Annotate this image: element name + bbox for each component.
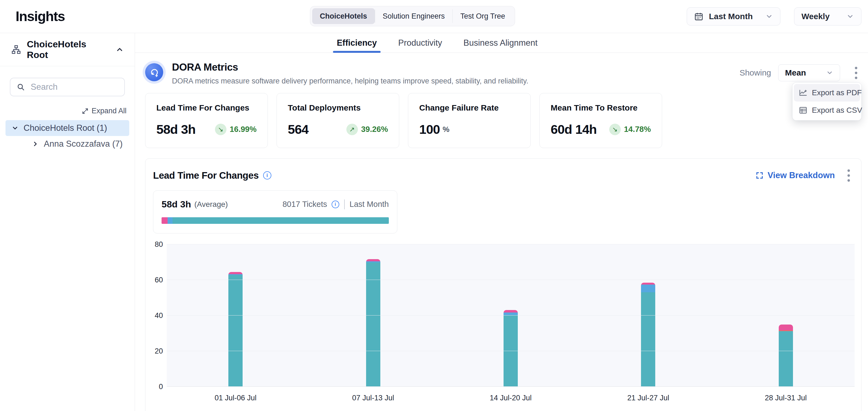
gridline bbox=[167, 280, 855, 280]
expand-all-button[interactable]: Expand All bbox=[0, 107, 126, 115]
y-axis-labels: 020406080 bbox=[150, 244, 167, 387]
top-bar: Insights ChoiceHotels Solution Engineers… bbox=[0, 0, 868, 33]
trend-down-icon: ↘ bbox=[215, 124, 226, 135]
bar-segment-deployment bbox=[228, 275, 243, 387]
org-tree-icon bbox=[11, 44, 21, 55]
sidebar-root-title: ChoiceHotels Root bbox=[27, 39, 110, 60]
bar-column[interactable] bbox=[167, 244, 304, 387]
section-description: DORA metrics measure software delivery p… bbox=[172, 77, 528, 85]
chevron-right-icon[interactable] bbox=[32, 140, 39, 147]
delta-value: 16.99% bbox=[230, 125, 256, 134]
tab-business-alignment[interactable]: Business Alignment bbox=[462, 33, 539, 53]
granularity-value: Weekly bbox=[802, 12, 830, 21]
mean-select[interactable]: Mean bbox=[778, 64, 840, 81]
gridline bbox=[167, 315, 855, 315]
bar-segment-planning bbox=[503, 310, 518, 312]
lead-time-chart-card: Lead Time For Changes i View Breakdown 5… bbox=[145, 159, 861, 411]
stacked-bar-chart: 020406080 bbox=[150, 244, 855, 387]
x-tick-label: 14 Jul-20 Jul bbox=[442, 394, 580, 402]
metric-card-change-failure-rate: Change Failure Rate 100 % bbox=[408, 93, 531, 148]
metric-card-total-deployments: Total Deployments 564 ↗ 39.26% bbox=[277, 93, 399, 148]
x-tick-label: 07 Jul-13 Jul bbox=[304, 394, 442, 402]
bar-column[interactable] bbox=[580, 244, 717, 387]
delta-value: 14.78% bbox=[624, 125, 651, 134]
bar-segment-deployment bbox=[641, 292, 655, 386]
trend-badge: ↘ 16.99% bbox=[215, 124, 256, 135]
average-label: (Average) bbox=[194, 200, 228, 209]
table-icon bbox=[799, 106, 807, 115]
metric-card-lead-time: Lead Time For Changes 58d 3h ↘ 16.99% bbox=[145, 93, 268, 148]
bar-segment-planning bbox=[228, 272, 243, 274]
metric-cards: Lead Time For Changes 58d 3h ↘ 16.99% To… bbox=[145, 93, 662, 148]
stacked-bar[interactable] bbox=[503, 310, 518, 387]
chevron-up-icon[interactable] bbox=[116, 45, 124, 54]
org-tab-group: ChoiceHotels Solution Engineers Test Org… bbox=[310, 6, 515, 26]
section-title: DORA Metrics bbox=[172, 62, 528, 73]
bar-segment-review bbox=[641, 284, 655, 293]
tree-item-root[interactable]: ChoiceHotels Root (1) bbox=[5, 120, 129, 136]
trend-up-icon: ↗ bbox=[346, 124, 358, 135]
y-tick-label: 20 bbox=[155, 347, 163, 355]
chevron-down-icon bbox=[765, 12, 773, 20]
card-unit: % bbox=[442, 125, 450, 134]
phase-progress-bar bbox=[161, 217, 389, 224]
kebab-menu-button[interactable] bbox=[850, 64, 861, 81]
x-tick-label: 01 Jul-06 Jul bbox=[167, 394, 304, 402]
tab-productivity[interactable]: Productivity bbox=[397, 33, 443, 53]
chart-title: Lead Time For Changes bbox=[153, 170, 259, 181]
view-breakdown-button[interactable]: View Breakdown bbox=[755, 170, 835, 180]
showing-label: Showing bbox=[740, 68, 771, 77]
chevron-down-icon[interactable] bbox=[11, 125, 19, 132]
calendar-icon bbox=[694, 12, 704, 21]
info-icon[interactable]: i bbox=[332, 201, 339, 208]
expand-all-label: Expand All bbox=[91, 107, 126, 115]
search-icon bbox=[17, 83, 25, 92]
bar-segment-review bbox=[503, 312, 518, 315]
stacked-bar[interactable] bbox=[228, 272, 243, 387]
sidebar-header: ChoiceHotels Root bbox=[0, 33, 135, 66]
tree-item-label: ChoiceHotels Root (1) bbox=[24, 123, 107, 133]
search-box bbox=[10, 78, 125, 96]
progress-segment-review bbox=[167, 217, 173, 224]
menu-item-label: Export as PDF bbox=[812, 89, 862, 97]
bar-column[interactable] bbox=[717, 244, 855, 387]
bar-column[interactable] bbox=[442, 244, 580, 387]
bar-segment-deployment bbox=[366, 263, 380, 387]
y-tick-label: 0 bbox=[159, 382, 163, 391]
card-value: 564 bbox=[288, 122, 308, 137]
org-tab-test-org-tree[interactable]: Test Org Tree bbox=[453, 8, 513, 24]
stacked-bar[interactable] bbox=[779, 324, 793, 387]
x-axis-labels: 01 Jul-06 Jul07 Jul-13 Jul14 Jul-20 Jul2… bbox=[167, 394, 855, 402]
info-icon[interactable]: i bbox=[263, 171, 271, 179]
bar-segment-planning bbox=[779, 324, 793, 331]
sidebar: ChoiceHotels Root Expand All bbox=[0, 33, 135, 411]
menu-item-export-pdf[interactable]: Export as PDF bbox=[794, 84, 860, 102]
card-value: 60d 14h bbox=[551, 122, 597, 137]
menu-item-export-csv[interactable]: Export as CSV bbox=[794, 102, 860, 119]
tree-item-child[interactable]: Anna Scozzafava (7) bbox=[26, 136, 129, 152]
fullscreen-icon bbox=[755, 171, 764, 179]
average-summary-card: 58d 3h (Average) 8017 Tickets i Last Mon… bbox=[153, 191, 397, 233]
progress-segment-planning bbox=[161, 217, 167, 224]
progress-segment-deployment bbox=[173, 217, 389, 224]
kebab-menu-button[interactable] bbox=[843, 167, 854, 184]
granularity-select[interactable]: Weekly bbox=[794, 7, 861, 26]
trend-badge: ↘ 14.78% bbox=[609, 124, 651, 135]
stacked-bar[interactable] bbox=[366, 259, 380, 387]
card-value: 58d 3h bbox=[156, 122, 195, 137]
stacked-bar[interactable] bbox=[641, 283, 655, 387]
card-title: Total Deployments bbox=[288, 103, 388, 112]
chevron-down-icon bbox=[846, 12, 854, 20]
org-tab-solution-engineers[interactable]: Solution Engineers bbox=[375, 8, 453, 24]
chevron-down-icon bbox=[826, 69, 833, 76]
date-range-select[interactable]: Last Month bbox=[687, 7, 780, 26]
card-title: Mean Time To Restore bbox=[551, 103, 651, 112]
search-input[interactable] bbox=[31, 82, 118, 92]
bar-column[interactable] bbox=[304, 244, 442, 387]
trend-badge: ↗ 39.26% bbox=[346, 124, 388, 135]
org-tab-choicehotels[interactable]: ChoiceHotels bbox=[312, 8, 375, 24]
tab-efficiency[interactable]: Efficiency bbox=[335, 33, 378, 53]
delta-value: 39.26% bbox=[361, 125, 388, 134]
export-menu: Export as PDF Export as CSV bbox=[793, 83, 861, 121]
main-content: Efficiency Productivity Business Alignme… bbox=[135, 33, 868, 411]
